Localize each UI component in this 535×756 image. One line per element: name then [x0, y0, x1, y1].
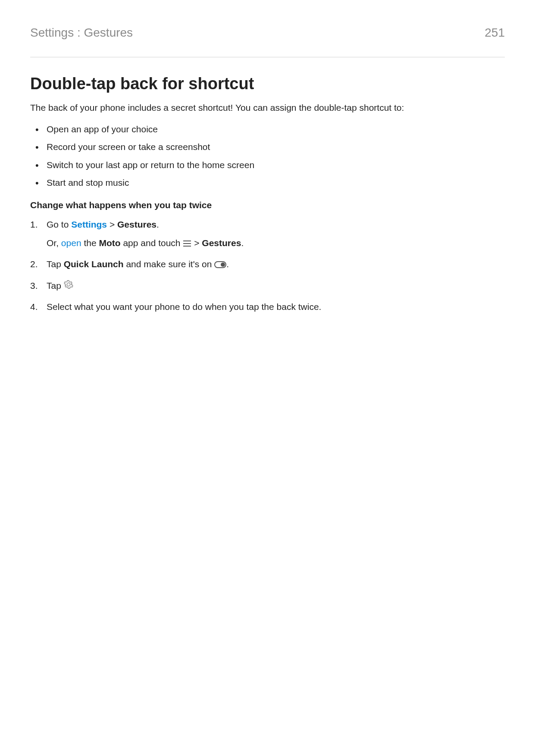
step-text: Or,: [47, 238, 61, 248]
menu-icon: [183, 237, 191, 251]
step-text: the: [81, 238, 99, 248]
step-text: .: [241, 238, 244, 248]
step-text: >: [107, 219, 117, 229]
gestures-label: Gestures: [202, 238, 241, 248]
list-item: Start and stop music: [30, 176, 505, 190]
open-link[interactable]: open: [61, 238, 81, 248]
quick-launch-label: Quick Launch: [64, 259, 124, 269]
settings-link[interactable]: Settings: [71, 219, 107, 229]
step-item: Go to Settings > Gestures. Or, open the …: [30, 217, 505, 251]
step-text: Tap: [47, 281, 64, 291]
subheading: Change what happens when you tap twice: [30, 200, 505, 210]
svg-point-4: [221, 262, 225, 267]
step-text: >: [191, 238, 202, 248]
moto-label: Moto: [99, 238, 120, 248]
breadcrumb: Settings : Gestures: [30, 26, 133, 40]
divider: [30, 57, 505, 57]
toggle-on-icon: [214, 258, 226, 272]
gestures-label: Gestures: [117, 219, 156, 229]
gear-icon: [64, 279, 73, 294]
bullet-list: Open an app of your choice Record your s…: [30, 122, 505, 190]
step-item: Tap: [30, 278, 505, 294]
step-text: .: [156, 219, 159, 229]
intro-text: The back of your phone includes a secret…: [30, 101, 505, 115]
list-item: Record your screen or take a screenshot: [30, 140, 505, 154]
step-text: Tap: [47, 259, 64, 269]
list-item: Switch to your last app or return to the…: [30, 158, 505, 172]
step-text: and make sure it's on: [124, 259, 215, 269]
list-item: Open an app of your choice: [30, 122, 505, 136]
step-item: Select what you want your phone to do wh…: [30, 300, 505, 314]
step-item: Tap Quick Launch and make sure it's on .: [30, 257, 505, 272]
page-number: 251: [485, 26, 505, 40]
step-text: .: [226, 259, 229, 269]
step-text: Go to: [47, 219, 71, 229]
steps-list: Go to Settings > Gestures. Or, open the …: [30, 217, 505, 314]
page-title: Double-tap back for shortcut: [30, 75, 505, 93]
step-text: app and touch: [121, 238, 183, 248]
